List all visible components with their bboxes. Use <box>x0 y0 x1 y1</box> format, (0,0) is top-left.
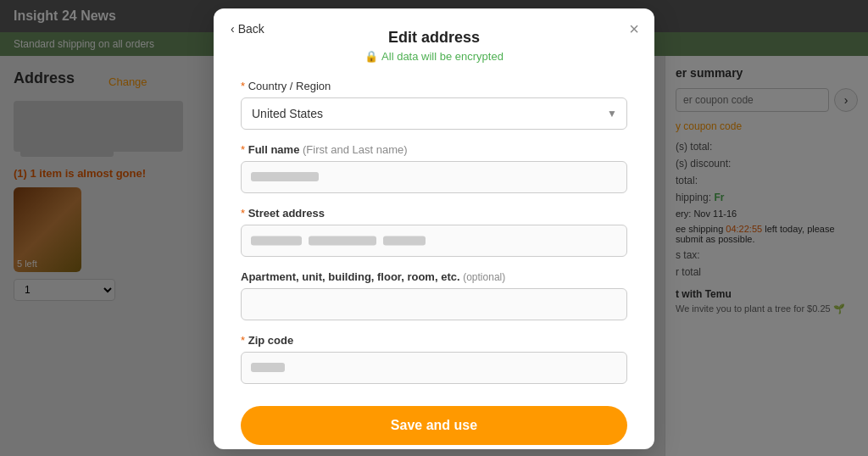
apartment-optional-text: (optional) <box>463 271 505 283</box>
fullname-label: * Full name (First and Last name) <box>241 143 627 156</box>
street-required-star: * <box>241 207 245 220</box>
apartment-label: Apartment, unit, building, floor, room, … <box>241 270 627 283</box>
country-field-group: * Country / Region United States Canada … <box>241 80 627 130</box>
encrypt-note-text: All data will be encrypted <box>381 50 504 63</box>
save-button-label: Save and use <box>391 418 477 432</box>
back-button[interactable]: ‹ Back <box>231 22 264 36</box>
street-field-group: * Street address <box>241 207 627 257</box>
street-label: * Street address <box>241 207 627 220</box>
country-label: * Country / Region <box>241 80 627 92</box>
country-label-text: Country / Region <box>248 80 331 92</box>
encrypt-note: 🔒 All data will be encrypted <box>241 50 627 63</box>
zip-label-text: Zip code <box>248 334 293 347</box>
apartment-input[interactable] <box>241 288 627 320</box>
fullname-input[interactable] <box>241 161 627 193</box>
zip-input-wrapper <box>241 352 627 384</box>
close-icon: × <box>629 19 639 38</box>
zip-label: * Zip code <box>241 334 627 347</box>
back-button-label: Back <box>238 22 264 36</box>
modal-title: Edit address <box>241 29 627 47</box>
back-chevron-icon: ‹ <box>231 22 235 36</box>
fullname-required-star: * <box>241 143 245 156</box>
close-button[interactable]: × <box>629 20 639 37</box>
country-select-wrapper: United States Canada United Kingdom Aust… <box>241 97 627 130</box>
country-select[interactable]: United States Canada United Kingdom Aust… <box>241 97 627 130</box>
country-required-star: * <box>241 80 245 92</box>
zip-required-star: * <box>241 334 245 347</box>
street-input[interactable] <box>241 225 627 257</box>
fullname-hint-text: (First and Last name) <box>303 143 408 156</box>
fullname-input-wrapper <box>241 161 627 193</box>
save-and-use-button[interactable]: Save and use <box>241 406 627 445</box>
zip-input[interactable] <box>241 352 627 384</box>
fullname-label-text: Full name <box>248 143 300 156</box>
apartment-label-text: Apartment, unit, building, floor, room, … <box>241 270 460 283</box>
lock-icon: 🔒 <box>364 50 378 63</box>
zip-field-group: * Zip code <box>241 334 627 384</box>
modal-overlay: ‹ Back × Edit address 🔒 All data will be… <box>0 0 868 456</box>
street-label-text: Street address <box>248 207 325 220</box>
fullname-field-group: * Full name (First and Last name) <box>241 143 627 193</box>
street-input-wrapper <box>241 225 627 257</box>
apartment-field-group: Apartment, unit, building, floor, room, … <box>241 270 627 320</box>
edit-address-modal: ‹ Back × Edit address 🔒 All data will be… <box>214 8 654 449</box>
